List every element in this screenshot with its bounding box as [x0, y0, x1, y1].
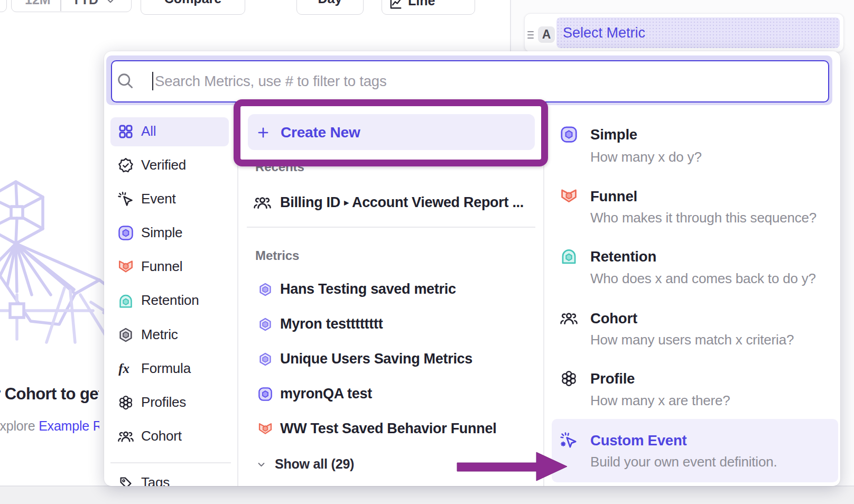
svg-text:fx: fx [118, 361, 129, 376]
